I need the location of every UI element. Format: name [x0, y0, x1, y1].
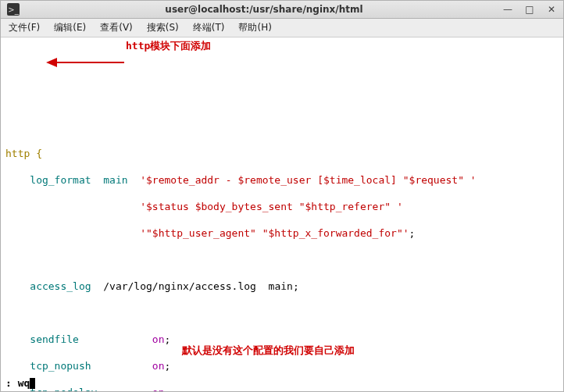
svg-marker-1 [46, 58, 57, 67]
titlebar: >_ user@localhost:/usr/share/nginx/html … [1, 1, 563, 19]
menu-terminal[interactable]: 终端(T) [193, 21, 225, 34]
menubar: 文件(F) 编辑(E) 查看(V) 搜索(S) 终端(T) 帮助(H) [1, 19, 563, 37]
annotation-top: http模块下面添加 [126, 39, 211, 52]
terminal-content[interactable]: http模块下面添加 http { log_format main '$remo… [1, 37, 563, 391]
code-line [5, 120, 559, 134]
code-line: tcp_nopush on; [5, 359, 559, 372]
menu-help[interactable]: 帮助(H) [238, 21, 271, 34]
code-line [5, 253, 559, 266]
menu-file[interactable]: 文件(F) [9, 21, 40, 34]
menu-view[interactable]: 查看(V) [100, 21, 133, 34]
cursor-icon [30, 378, 35, 389]
arrow-icon [46, 55, 124, 69]
menu-edit[interactable]: 编辑(E) [54, 21, 86, 34]
close-button[interactable]: ✕ [546, 4, 557, 15]
window-controls: — □ ✕ [502, 4, 557, 15]
code-line: access_log /var/log/nginx/access.log mai… [5, 280, 559, 293]
maximize-button[interactable]: □ [524, 4, 535, 15]
code-line: '$status $body_bytes_sent "$http_referer… [5, 200, 559, 213]
code-line: '"$http_user_agent" "$http_x_forwarded_f… [5, 226, 559, 240]
terminal-icon: >_ [7, 3, 20, 16]
code-line: tcp_nodelay on; [5, 386, 559, 391]
window-title: user@localhost:/usr/share/nginx/html [26, 4, 502, 15]
menu-search[interactable]: 搜索(S) [147, 21, 179, 34]
code-line: http { [5, 147, 559, 160]
minimize-button[interactable]: — [502, 4, 513, 15]
code-line: log_format main '$remote_addr - $remote_… [5, 173, 559, 187]
terminal-window: >_ user@localhost:/usr/share/nginx/html … [0, 0, 564, 392]
vim-command-line[interactable]: : wq [1, 376, 35, 390]
annotation-bottom: 默认是没有这个配置的我们要自己添加 [182, 344, 355, 357]
code-line [5, 306, 559, 319]
